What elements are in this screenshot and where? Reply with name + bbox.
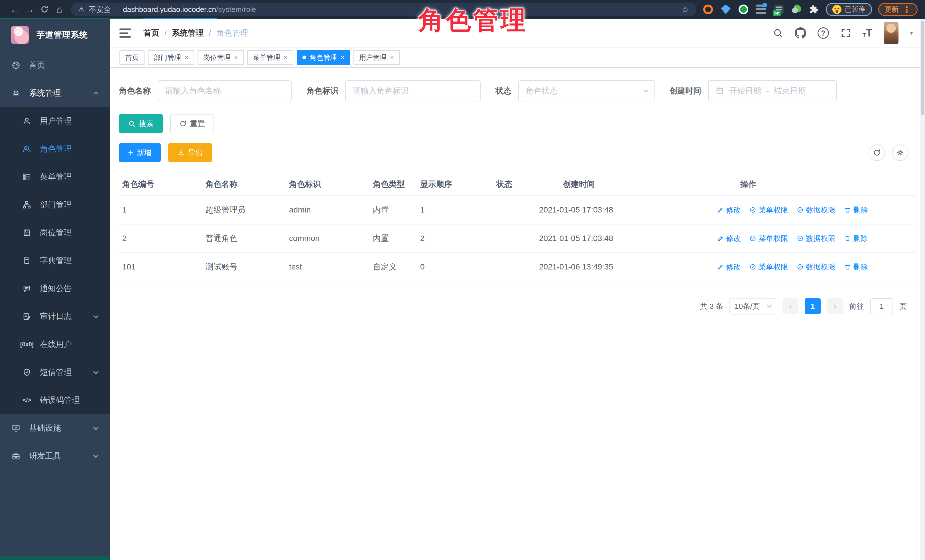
browser-reload-icon[interactable] bbox=[37, 5, 52, 14]
next-page-button[interactable]: › bbox=[827, 298, 843, 314]
cell-create-time: 2021-01-06 13:49:35 bbox=[536, 262, 700, 272]
hamburger-icon[interactable] bbox=[119, 29, 131, 38]
tab-role-mgmt[interactable]: 角色管理 × bbox=[297, 50, 350, 65]
sidebar-item-online-users[interactable]: [0x0] 在线用户 bbox=[0, 330, 110, 358]
tab-close-icon[interactable]: × bbox=[184, 54, 188, 62]
browser-back-icon[interactable]: ← bbox=[8, 4, 22, 15]
badge-icon bbox=[22, 228, 32, 237]
tab-close-icon[interactable]: × bbox=[390, 54, 394, 62]
tab-dept-mgmt[interactable]: 部门管理 × bbox=[148, 50, 194, 65]
extension-gem-icon[interactable] bbox=[721, 5, 731, 14]
help-icon[interactable]: ? bbox=[818, 27, 829, 39]
extension-green-check-icon[interactable] bbox=[738, 5, 748, 14]
sidebar-item-notice[interactable]: 通知公告 bbox=[0, 275, 110, 302]
delete-link[interactable]: 删除 bbox=[844, 234, 868, 243]
tab-menu-mgmt[interactable]: 菜单管理 × bbox=[247, 50, 293, 65]
tab-home[interactable]: 首页 bbox=[119, 50, 145, 65]
tab-post-mgmt[interactable]: 岗位管理 × bbox=[197, 50, 244, 65]
sidebar-item-sms-mgmt[interactable]: 短信管理 bbox=[0, 358, 110, 386]
edit-link[interactable]: 修改 bbox=[717, 205, 741, 215]
sidebar-item-devtools[interactable]: 研发工具 bbox=[0, 442, 110, 470]
extensions-puzzle-icon[interactable] bbox=[809, 5, 818, 14]
sidebar-submenu-system: 用户管理 角色管理 菜单管理 部门管理 岗位管理 bbox=[0, 107, 110, 414]
user-avatar[interactable] bbox=[884, 22, 898, 44]
font-size-icon[interactable]: TT bbox=[863, 28, 872, 38]
delete-link[interactable]: 删除 bbox=[844, 262, 868, 272]
prev-page-button[interactable]: ‹ bbox=[782, 298, 798, 314]
menu-permission-link[interactable]: 菜单权限 bbox=[749, 205, 788, 215]
page-size-select[interactable]: 10条/页 bbox=[729, 298, 776, 314]
sidebar-logo-row[interactable]: 芋道管理系统 bbox=[0, 19, 110, 51]
status-select[interactable]: 角色状态 bbox=[518, 80, 655, 101]
extension-sprout-icon[interactable] bbox=[792, 5, 801, 14]
column-settings-icon-button[interactable] bbox=[892, 144, 908, 161]
tab-close-icon[interactable]: × bbox=[284, 54, 288, 62]
reset-button[interactable]: 重置 bbox=[170, 114, 214, 133]
add-button[interactable]: + 新增 bbox=[119, 143, 161, 162]
security-warning-icon: ⚠ bbox=[78, 5, 85, 14]
tab-label: 岗位管理 bbox=[203, 53, 230, 62]
role-key-input-wrap bbox=[345, 80, 481, 101]
audit-log-icon bbox=[22, 312, 32, 321]
bookmark-star-icon[interactable]: ☆ bbox=[681, 5, 689, 15]
sidebar-item-role-mgmt[interactable]: 角色管理 bbox=[0, 135, 110, 163]
browser-forward-icon[interactable]: → bbox=[22, 4, 37, 15]
tab-user-mgmt[interactable]: 用户管理 × bbox=[354, 50, 400, 65]
data-permission-link[interactable]: 数据权限 bbox=[797, 234, 836, 243]
search-icon[interactable] bbox=[773, 28, 783, 39]
tab-close-icon[interactable]: × bbox=[340, 54, 344, 62]
date-range-picker[interactable]: 开始日期 - 结束日期 bbox=[708, 80, 837, 101]
sidebar-item-audit-log[interactable]: 审计日志 bbox=[0, 302, 110, 330]
fullscreen-icon[interactable] bbox=[840, 28, 851, 39]
sidebar-item-user-mgmt[interactable]: 用户管理 bbox=[0, 107, 110, 135]
tab-close-icon[interactable]: × bbox=[234, 54, 238, 62]
plus-icon: + bbox=[128, 148, 133, 157]
sidebar-item-dict-mgmt[interactable]: 字典管理 bbox=[0, 247, 110, 275]
col-role-key: 角色标识 bbox=[286, 179, 369, 190]
page-scrollbar[interactable] bbox=[920, 19, 925, 560]
menu-permission-link[interactable]: 菜单权限 bbox=[749, 234, 788, 243]
role-name-input[interactable] bbox=[165, 86, 284, 95]
browser-update-button[interactable]: 更新 ⋮ bbox=[878, 3, 917, 16]
edit-link[interactable]: 修改 bbox=[717, 234, 741, 243]
menu-permission-link[interactable]: 菜单权限 bbox=[749, 262, 788, 272]
sidebar-item-infrastructure[interactable]: 基础设施 bbox=[0, 414, 110, 442]
profile-paused-chip[interactable]: 已暂停 bbox=[826, 3, 872, 16]
browser-menu-kebab-icon[interactable]: ⋮ bbox=[902, 5, 911, 15]
refresh-icon-button[interactable] bbox=[869, 144, 885, 161]
pagination-total: 共 3 条 bbox=[700, 301, 723, 311]
search-button[interactable]: 搜索 bbox=[119, 114, 163, 133]
current-page-button[interactable]: 1 bbox=[805, 298, 821, 314]
extension-orange-icon[interactable] bbox=[703, 5, 713, 14]
edit-link[interactable]: 修改 bbox=[717, 262, 741, 272]
scrollbar-thumb[interactable] bbox=[921, 21, 924, 115]
export-button[interactable]: 导出 bbox=[168, 143, 212, 162]
browser-home-icon[interactable]: ⌂ bbox=[52, 4, 67, 15]
sidebar-item-home[interactable]: 首页 bbox=[0, 51, 110, 79]
sidebar-item-label: 菜单管理 bbox=[40, 171, 72, 182]
delete-link[interactable]: 删除 bbox=[844, 205, 868, 215]
end-date-placeholder[interactable]: 结束日期 bbox=[774, 86, 806, 96]
address-bar[interactable]: ⚠ 不安全 dashboard.yudao.iocoder.cn/system/… bbox=[71, 3, 696, 16]
cell-role-id: 1 bbox=[119, 206, 202, 215]
goto-page-input[interactable] bbox=[870, 298, 893, 314]
data-permission-link[interactable]: 数据权限 bbox=[797, 262, 836, 272]
github-icon[interactable] bbox=[795, 27, 806, 39]
data-permission-link[interactable]: 数据权限 bbox=[797, 205, 836, 215]
circle-check-icon bbox=[797, 207, 804, 213]
sidebar-item-post-mgmt[interactable]: 岗位管理 bbox=[0, 219, 110, 247]
avatar-caret-down-icon[interactable]: ▾ bbox=[910, 29, 913, 37]
sidebar-item-label: 用户管理 bbox=[40, 116, 72, 126]
breadcrumb-home[interactable]: 首页 bbox=[143, 28, 159, 39]
sidebar-item-error-code[interactable]: </> 错误码管理 bbox=[0, 386, 110, 414]
sidebar-item-dept-mgmt[interactable]: 部门管理 bbox=[0, 191, 110, 219]
sidebar-item-system-mgmt[interactable]: 系统管理 bbox=[0, 79, 110, 107]
start-date-placeholder[interactable]: 开始日期 bbox=[729, 86, 761, 96]
extension-grid-drop-icon[interactable] bbox=[756, 5, 766, 14]
extension-proxy-icon[interactable]: on bbox=[774, 5, 783, 14]
breadcrumb-system[interactable]: 系统管理 bbox=[172, 28, 204, 39]
dashboard-icon bbox=[11, 61, 21, 69]
role-key-input[interactable] bbox=[353, 86, 473, 95]
sidebar-item-menu-mgmt[interactable]: 菜单管理 bbox=[0, 163, 110, 191]
sidebar-item-label: 短信管理 bbox=[40, 367, 72, 378]
